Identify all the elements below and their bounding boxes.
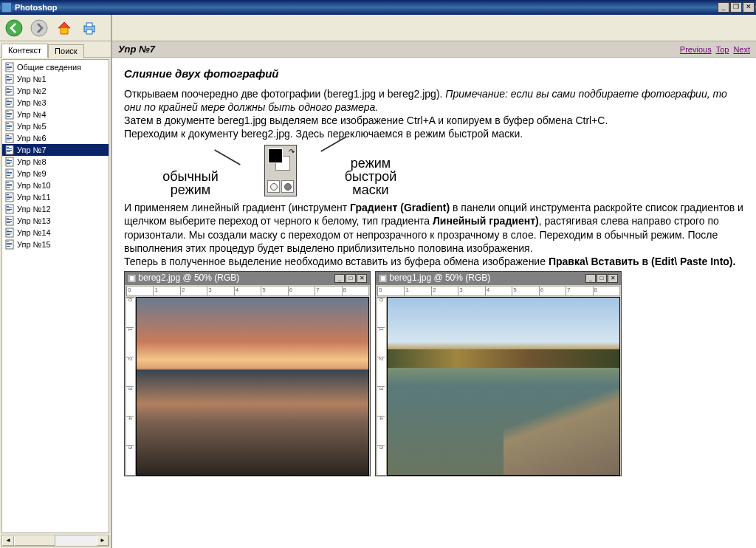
- tree-item[interactable]: Упр №2: [2, 85, 109, 97]
- tree-item[interactable]: Упр №11: [2, 191, 109, 203]
- topic-tree[interactable]: Общие сведенияУпр №1Упр №2Упр №3Упр №4Уп…: [1, 59, 109, 533]
- para-3: Переходим к документу bereg2.jpg. Здесь …: [124, 127, 744, 140]
- tree-item[interactable]: Общие сведения: [2, 61, 109, 73]
- article-body: Слияние двух фотографий Открываем поочер…: [112, 58, 756, 485]
- svg-rect-74: [7, 222, 10, 223]
- tree-item[interactable]: Упр №8: [2, 156, 109, 168]
- sidebar: Контекст Поиск Общие сведенияУпр №1Упр №…: [0, 15, 112, 548]
- app-icon: [1, 2, 12, 13]
- doc-icon: [5, 121, 14, 131]
- scroll-right-button[interactable]: ►: [97, 535, 109, 546]
- doc-icon: [5, 74, 14, 84]
- svg-rect-62: [7, 196, 12, 196]
- restore-button[interactable]: ❐: [730, 2, 742, 13]
- svg-rect-42: [7, 148, 12, 149]
- svg-rect-14: [7, 81, 10, 81]
- tree-item-label: Упр №15: [17, 240, 51, 249]
- link-next[interactable]: Next: [733, 45, 750, 54]
- tree-item-label: Упр №3: [17, 98, 47, 107]
- tab-context[interactable]: Контекст: [1, 44, 48, 58]
- label-quick-mask-mode: режимбыстроймаски: [326, 157, 415, 196]
- svg-rect-81: [7, 242, 9, 242]
- tree-item[interactable]: Упр №10: [2, 179, 109, 191]
- tree-item-label: Упр №4: [17, 110, 47, 119]
- svg-rect-39: [7, 140, 10, 140]
- minimize-button[interactable]: _: [718, 2, 729, 13]
- svg-rect-13: [7, 79, 12, 80]
- svg-rect-26: [7, 112, 9, 112]
- svg-rect-51: [7, 171, 9, 171]
- scroll-thumb[interactable]: [14, 535, 55, 546]
- tree-item[interactable]: Упр №13: [2, 215, 109, 227]
- tab-search[interactable]: Поиск: [48, 44, 83, 58]
- tree-item[interactable]: Упр №3: [2, 97, 109, 109]
- label-normal-mode: обычныйрежим: [146, 170, 235, 196]
- scroll-track[interactable]: [14, 535, 97, 546]
- photo-windows-row: ▣ bereg2.jpg @ 50% (RGB) _ □ ✕ 012345678: [124, 271, 744, 476]
- svg-rect-83: [7, 244, 12, 245]
- photo-min-button[interactable]: _: [585, 274, 596, 283]
- ruler-vertical: 012345: [377, 297, 387, 476]
- svg-rect-31: [7, 123, 9, 124]
- para-2: Затем в документе bereg1.jpg выделяем вс…: [124, 114, 744, 127]
- doc-icon: [5, 62, 14, 72]
- svg-rect-6: [7, 64, 9, 65]
- svg-rect-56: [7, 182, 9, 183]
- doc-icon: [5, 239, 14, 250]
- tree-item[interactable]: Упр №14: [2, 227, 109, 239]
- photo-close-button[interactable]: ✕: [608, 274, 618, 283]
- svg-rect-21: [7, 100, 9, 100]
- article-heading: Слияние двух фотографий: [124, 66, 744, 81]
- tree-item[interactable]: Упр №5: [2, 120, 109, 132]
- svg-rect-68: [7, 209, 12, 210]
- svg-rect-47: [7, 160, 12, 161]
- link-previous[interactable]: Previous: [680, 45, 712, 54]
- content-pane: Упр №7 Previous Top Next Слияние двух фо…: [112, 15, 756, 548]
- back-button[interactable]: [4, 18, 24, 38]
- svg-rect-82: [7, 243, 12, 244]
- photo-min-button[interactable]: _: [334, 274, 345, 283]
- tree-item-label: Общие сведения: [17, 63, 81, 72]
- svg-rect-12: [7, 78, 12, 78]
- svg-point-1: [31, 20, 47, 36]
- link-top[interactable]: Top: [716, 45, 729, 54]
- doc-icon: [5, 145, 14, 155]
- lake-image: [388, 298, 619, 475]
- doc-icon: [5, 168, 14, 179]
- scroll-left-button[interactable]: ◄: [2, 535, 14, 546]
- tree-item[interactable]: Упр №4: [2, 109, 109, 120]
- svg-rect-48: [7, 162, 12, 162]
- svg-rect-52: [7, 172, 12, 173]
- tree-item[interactable]: Упр №15: [2, 239, 109, 250]
- tree-item[interactable]: Упр №9: [2, 168, 109, 179]
- scrollbar-horizontal[interactable]: ◄ ►: [1, 535, 109, 547]
- print-icon: [80, 19, 98, 37]
- tree-item-label: Упр №10: [17, 181, 51, 190]
- svg-rect-36: [7, 135, 9, 136]
- tree-item[interactable]: Упр №7: [2, 144, 109, 156]
- photo-max-button[interactable]: □: [597, 274, 607, 283]
- tree-item-label: Упр №6: [17, 134, 47, 143]
- close-button[interactable]: ✕: [743, 2, 755, 13]
- svg-rect-28: [7, 114, 12, 115]
- tree-item[interactable]: Упр №12: [2, 203, 109, 215]
- home-button[interactable]: [55, 18, 74, 38]
- svg-rect-37: [7, 137, 12, 137]
- print-button[interactable]: [80, 18, 99, 38]
- svg-rect-84: [7, 246, 10, 247]
- photo-max-button[interactable]: □: [346, 274, 356, 283]
- tree-item[interactable]: Упр №1: [2, 73, 109, 85]
- photo-canvas-bereg2: [136, 297, 369, 476]
- quick-mask-mode-button: [281, 180, 294, 193]
- tree-item-label: Упр №7: [17, 145, 47, 154]
- forward-button[interactable]: [30, 18, 49, 38]
- para-1: Открываем поочередно две фотографии (ber…: [124, 87, 744, 114]
- photo-close-button[interactable]: ✕: [357, 274, 367, 283]
- para-4: И применяем линейный градиент (инструмен…: [124, 201, 744, 255]
- tree-item[interactable]: Упр №6: [2, 132, 109, 144]
- svg-rect-17: [7, 89, 12, 90]
- photo-window-bereg1: ▣ bereg1.jpg @ 50% (RGB) _ □ ✕ 012345678: [375, 271, 622, 476]
- mini-toolbox: ↷: [264, 145, 297, 196]
- svg-rect-44: [7, 151, 10, 152]
- svg-rect-18: [7, 91, 12, 92]
